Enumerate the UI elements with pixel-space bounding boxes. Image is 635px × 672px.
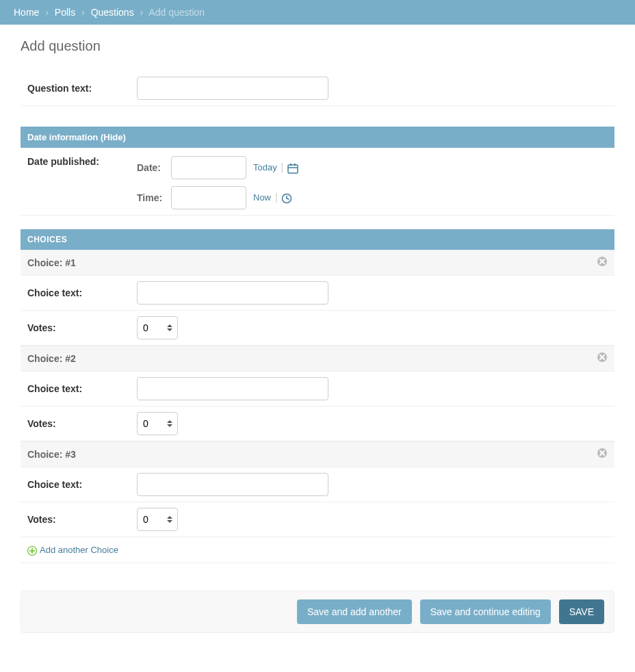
delete-choice-icon[interactable] (597, 256, 608, 270)
time-line: Time: Now | (137, 186, 298, 209)
breadcrumb-current: Add question (148, 7, 205, 18)
votes-input[interactable] (137, 508, 178, 531)
row-choice-text: Choice text: (21, 276, 614, 311)
date-sublabel: Date: (137, 162, 164, 173)
delete-choice-icon[interactable] (597, 352, 608, 365)
time-input[interactable] (171, 186, 246, 209)
choice-text-input[interactable] (137, 377, 328, 400)
choice-block: Choice: #2 Choice text: Votes: (21, 346, 614, 441)
pipe: | (281, 161, 284, 172)
svg-line-6 (287, 198, 289, 199)
submit-row: Save and add another Save and continue e… (21, 591, 614, 633)
choices-inline: CHOICES Choice: #1 Choice text: Votes: (21, 229, 614, 563)
choice-block: Choice: #3 Choice text: Votes: (21, 441, 614, 537)
plus-icon (27, 546, 37, 556)
now-link[interactable]: Now (253, 192, 271, 203)
row-choice-text: Choice text: (21, 467, 614, 502)
svg-rect-2 (290, 164, 291, 166)
date-info-header-text: Date information (27, 132, 98, 142)
row-votes: Votes: (21, 311, 614, 346)
choice-text-input[interactable] (137, 473, 328, 496)
choice-block: Choice: #1 Choice text: Votes: (21, 250, 614, 346)
date-info-header: Date information (Hide) (21, 127, 614, 148)
date-line: Date: Today | (137, 156, 298, 179)
content: Add question Question text: Date informa… (0, 25, 635, 647)
choice-text-label: Choice text: (27, 479, 137, 490)
choice-row-head: Choice: #2 (21, 346, 614, 372)
add-another-row: Add another Choice (21, 537, 614, 563)
svg-rect-0 (288, 165, 298, 173)
choice-text-label: Choice text: (27, 287, 137, 298)
breadcrumb-polls[interactable]: Polls (55, 7, 75, 18)
add-another-text: Add another Choice (40, 545, 118, 555)
calendar-icon[interactable] (287, 163, 298, 174)
fieldset-main: Question text: (21, 71, 614, 106)
row-votes: Votes: (21, 406, 614, 441)
choice-text-label: Choice text: (27, 383, 137, 394)
save-button[interactable]: SAVE (559, 599, 604, 624)
date-published-label: Date published: (27, 156, 137, 167)
date-input[interactable] (171, 156, 246, 179)
today-link[interactable]: Today (253, 162, 277, 172)
choice-text-input[interactable] (137, 281, 328, 305)
choice-header-text: Choice: #1 (27, 257, 76, 268)
breadcrumb-sep: › (45, 7, 49, 18)
page-title: Add question (21, 38, 614, 54)
hide-toggle-link[interactable]: (Hide) (101, 132, 126, 142)
choice-header-text: Choice: #2 (27, 353, 76, 364)
choices-header: CHOICES (21, 229, 614, 250)
question-text-label: Question text: (27, 83, 137, 94)
clock-icon[interactable] (281, 193, 292, 204)
row-date-published: Date published: Date: Today | Time: (21, 148, 614, 216)
datetime-block: Date: Today | Time: Now | (137, 156, 298, 209)
question-text-input[interactable] (137, 77, 328, 100)
votes-label: Votes: (27, 514, 137, 525)
choice-row-head: Choice: #1 (21, 250, 614, 276)
choice-header-text: Choice: #3 (27, 449, 76, 460)
breadcrumb-sep: › (140, 7, 144, 18)
fieldset-date-info: Date information (Hide) Date published: … (21, 120, 614, 216)
votes-label: Votes: (27, 322, 137, 333)
save-continue-button[interactable]: Save and continue editing (420, 599, 551, 624)
save-add-another-button[interactable]: Save and add another (297, 599, 412, 624)
breadcrumb-home[interactable]: Home (14, 7, 39, 18)
votes-input[interactable] (137, 316, 178, 339)
delete-choice-icon[interactable] (597, 448, 608, 461)
svg-rect-3 (294, 164, 296, 166)
pipe: | (275, 192, 278, 203)
choice-row-head: Choice: #3 (21, 441, 614, 467)
breadcrumb-sep: › (81, 7, 85, 18)
votes-label: Votes: (27, 418, 137, 429)
breadcrumb-questions[interactable]: Questions (91, 7, 134, 18)
row-votes: Votes: (21, 502, 614, 537)
add-another-choice-link[interactable]: Add another Choice (27, 545, 118, 555)
row-question-text: Question text: (21, 71, 614, 106)
breadcrumbs: Home › Polls › Questions › Add question (0, 0, 635, 25)
time-sublabel: Time: (137, 192, 164, 203)
row-choice-text: Choice text: (21, 372, 614, 406)
votes-input[interactable] (137, 412, 178, 435)
